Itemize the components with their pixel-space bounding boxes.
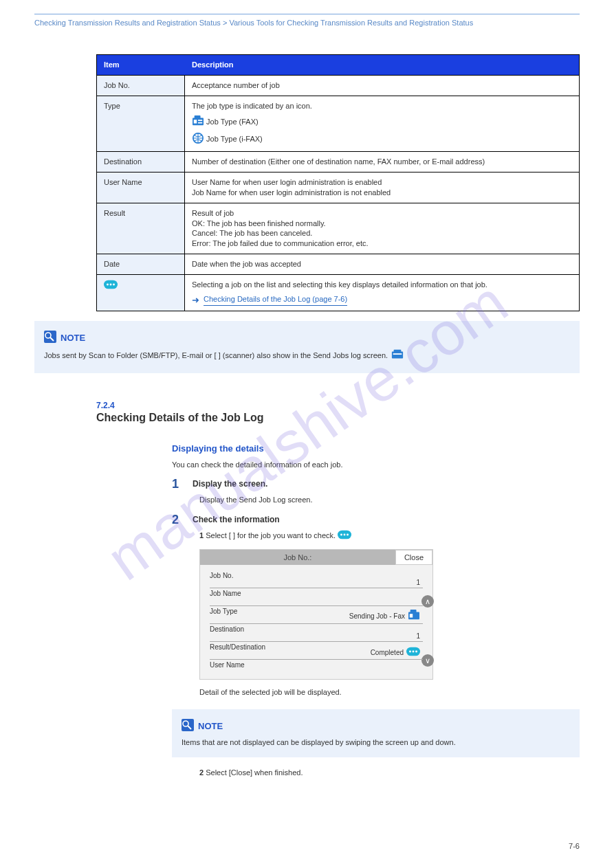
table-cell-label: [97, 275, 185, 311]
table-cell-label: Date: [97, 254, 185, 274]
note-box-1: NOTE Jobs sent by Scan to Folder (SMB/FT…: [34, 321, 580, 372]
panel-titlebar: Job No.: Close: [200, 550, 432, 565]
table-row: Selecting a job on the list and selectin…: [97, 274, 579, 311]
list-item: Job No. 1: [210, 570, 423, 588]
svg-rect-4: [198, 122, 202, 123]
scroll-down-icon[interactable]: ∨: [421, 654, 434, 667]
table-cell-desc: Date when the job was accepted: [185, 254, 579, 274]
note-icon: [44, 331, 56, 345]
result-value-text: Completed: [371, 649, 404, 656]
header-rule: [34, 14, 580, 14]
table-row: Job No. Acceptance number of job: [97, 75, 579, 96]
svg-rect-14: [394, 350, 402, 353]
step1-subtext: Display the Send Job Log screen.: [199, 494, 580, 506]
link-details-joblog[interactable]: Checking Details of the Job Log (page 7-…: [204, 294, 347, 306]
svg-rect-1: [195, 115, 201, 118]
step-title-2: Check the information: [193, 513, 280, 527]
step-title-1: Display the screen.: [193, 477, 267, 491]
more-desc-text: Selecting a job on the list and selectin…: [192, 280, 572, 290]
table-cell-desc: Selecting a job on the list and selectin…: [185, 275, 579, 311]
type-line-intro: The job type is indicated by an icon.: [192, 101, 572, 111]
list-item: Job Name: [210, 588, 423, 606]
table-cell-desc: Result of job OK: The job has been finis…: [185, 203, 579, 254]
field-value: Sending Job - Fax: [349, 610, 420, 622]
table-cell-label: User Name: [97, 173, 185, 203]
panel-body: ∧ ∨ Job No. 1 Job Name Job Type Sending …: [200, 565, 432, 679]
list-item: Result/Destination Completed: [210, 642, 423, 660]
section-subhead: Displaying the details: [172, 443, 580, 454]
step-number-2: 2: [172, 513, 186, 527]
header-left: Checking Transmission Results and Regist…: [34, 19, 473, 27]
step2-sub3-text: Select [Close] when finished.: [206, 768, 303, 777]
table-row: Date Date when the job was accepted: [97, 254, 579, 274]
list-item: Destination 1: [210, 624, 423, 642]
scanner-icon: [391, 349, 404, 363]
section-text: You can check the detailed information o…: [172, 459, 580, 471]
step-number-1: 1: [172, 477, 186, 491]
link-arrow-icon: ➜: [192, 294, 199, 307]
page-body: Checking Transmission Results and Regist…: [0, 0, 614, 792]
more-icon: [338, 530, 351, 543]
svg-rect-22: [410, 614, 413, 617]
note-box-2: NOTE Items that are not displayed can be…: [172, 709, 580, 757]
panel-title: Job No.:: [200, 550, 395, 564]
table-head-item: Item: [97, 55, 185, 75]
svg-point-19: [347, 533, 349, 535]
field-value: 1: [416, 579, 420, 586]
list-item: User Name: [210, 660, 423, 678]
username-line2: Job Name for when user login administrat…: [192, 188, 572, 198]
table-row: Destination Number of destination (Eithe…: [97, 151, 579, 172]
jobtype-value-text: Sending Job - Fax: [349, 612, 405, 620]
result-line1: Result of job: [192, 208, 572, 219]
list-item: Job Type Sending Job - Fax: [210, 606, 423, 624]
table-cell-desc: Number of destination (Either one of des…: [185, 152, 579, 172]
result-line2: OK: The job has been finished normally.: [192, 219, 572, 229]
table-cell-desc: The job type is indicated by an icon. Jo…: [185, 96, 579, 152]
svg-point-18: [344, 533, 346, 535]
close-button[interactable]: Close: [395, 550, 432, 565]
table-cell-desc: User Name for when user login administra…: [185, 173, 579, 203]
svg-rect-13: [392, 352, 403, 359]
table-cell-label: Job No.: [97, 76, 185, 96]
svg-point-7: [107, 284, 109, 286]
fax-icon: [408, 610, 420, 622]
table-head-desc: Description: [185, 55, 579, 75]
page-number: 7-6: [569, 842, 580, 850]
result-line4: Error: The job failed due to communicati…: [192, 238, 572, 249]
table-head-row: Item Description: [97, 55, 579, 75]
table-cell-desc: Acceptance number of job: [185, 76, 579, 96]
step2-subtext-1: 1 Select [ ] for the job you want to che…: [199, 530, 580, 543]
svg-point-25: [413, 651, 415, 653]
more-icon: [104, 280, 118, 292]
table-cell-label: Destination: [97, 152, 185, 172]
step2-subtext-2: Detail of the selected job will be displ…: [199, 687, 580, 698]
scroll-up-icon[interactable]: ∧: [421, 595, 434, 608]
ifax-icon: [192, 133, 204, 146]
svg-rect-2: [194, 120, 197, 123]
section-title: Checking Details of the Job Log: [96, 412, 580, 424]
svg-point-24: [409, 651, 411, 653]
svg-rect-21: [410, 610, 417, 612]
field-label: User Name: [210, 661, 423, 669]
table-row: User Name User Name for when user login …: [97, 172, 579, 203]
more-icon[interactable]: [406, 647, 420, 658]
table-row: Type The job type is indicated by an ico…: [97, 96, 579, 152]
page-header: Checking Transmission Results and Regist…: [34, 19, 580, 27]
svg-point-8: [110, 284, 112, 286]
table-cell-label: Result: [97, 203, 185, 254]
field-label: Destination: [210, 625, 423, 633]
fax-icon: [192, 115, 204, 129]
spec-table: Item Description Job No. Acceptance numb…: [96, 54, 580, 311]
username-line1: User Name for when user login administra…: [192, 177, 572, 188]
svg-point-26: [415, 651, 417, 653]
type-line-ifax: Job Type (i-FAX): [206, 135, 263, 143]
section-number: 7.2.4: [96, 401, 580, 410]
field-label: Job No.: [210, 572, 423, 579]
result-line3: Cancel: The job has been canceled.: [192, 228, 572, 238]
field-value: Completed: [371, 647, 420, 658]
svg-rect-3: [198, 120, 202, 121]
note-label: NOTE: [61, 333, 85, 343]
note-icon: [182, 719, 194, 733]
type-line-fax: Job Type (FAX): [206, 117, 259, 125]
table-row: Result Result of job OK: The job has bee…: [97, 203, 579, 254]
